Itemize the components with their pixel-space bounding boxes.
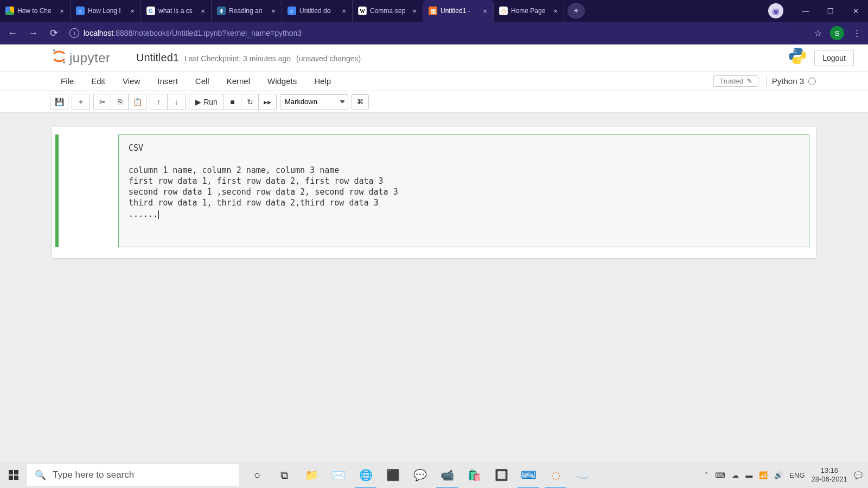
volume-icon[interactable]: 🔊 [774, 471, 783, 479]
trusted-indicator[interactable]: Trusted ✎ [713, 75, 758, 87]
trusted-label: Trusted [719, 77, 743, 85]
account-avatar-icon[interactable]: ◉ [768, 3, 783, 18]
add-cell-button[interactable]: ＋ [72, 94, 90, 110]
menu-kernel[interactable]: Kernel [218, 72, 259, 91]
jupyter-app-icon[interactable]: ◌ [542, 462, 569, 488]
close-icon[interactable]: × [199, 7, 207, 15]
tab-jupyter-home[interactable]: ◌ Home Page × [494, 0, 564, 22]
tab-wikipedia[interactable]: W Comma-sep × [353, 0, 423, 22]
jupyter-brand-text: jupyter [69, 50, 111, 66]
reload-button[interactable]: ⟳ [44, 24, 63, 42]
copy-button[interactable]: ⎘ [111, 94, 129, 110]
url-input[interactable]: i localhost:8888/notebooks/Untitled1.ipy… [65, 25, 802, 41]
close-icon[interactable]: × [270, 7, 277, 15]
move-down-button[interactable]: ↓ [168, 94, 185, 110]
close-icon[interactable]: × [481, 7, 489, 15]
kernel-status-icon [808, 78, 816, 85]
python-icon: ⬍ [217, 7, 226, 15]
jupyter-home-icon: ◌ [499, 7, 508, 15]
start-button[interactable] [0, 462, 27, 488]
interrupt-button[interactable]: ■ [224, 94, 241, 110]
forward-button[interactable]: → [24, 24, 42, 42]
maximize-button[interactable]: ❐ [818, 0, 843, 22]
logout-button[interactable]: Logout [814, 50, 854, 66]
close-icon[interactable]: × [552, 7, 559, 15]
bookmark-star-icon[interactable]: ☆ [809, 25, 826, 41]
cell-editor[interactable]: CSV column 1 name, column 2 name, column… [118, 134, 809, 247]
tray-chevron-icon[interactable]: ˄ [705, 471, 709, 479]
menu-view[interactable]: View [114, 72, 149, 91]
tab-python[interactable]: ⬍ Reading an × [212, 0, 282, 22]
new-tab-button[interactable]: + [567, 3, 585, 19]
tab-label: Comma-sep [370, 7, 407, 15]
chrome-icon[interactable]: 🌐 [353, 462, 379, 488]
tab-drive[interactable]: How to Che × [0, 0, 71, 22]
menu-cell[interactable]: Cell [187, 72, 218, 91]
notebook-title[interactable]: Untitled1 [136, 52, 179, 64]
cell-type-select[interactable]: Markdown [280, 94, 348, 110]
weather-icon[interactable]: ☁️ [570, 462, 596, 488]
minimize-button[interactable]: — [793, 0, 818, 22]
site-info-icon[interactable]: i [69, 28, 79, 38]
menu-help[interactable]: Help [305, 72, 340, 91]
onedrive-icon[interactable]: ☁ [732, 471, 739, 479]
paste-button[interactable]: 📋 [129, 94, 146, 110]
tab-docs-1[interactable]: ≡ How Long I × [71, 0, 141, 22]
tab-google[interactable]: G what is a cs × [141, 0, 212, 22]
pencil-icon: ✎ [746, 77, 752, 85]
cortana-icon[interactable]: ○ [244, 462, 270, 488]
ms-store-icon[interactable]: 🛍️ [461, 462, 487, 488]
menu-edit[interactable]: Edit [82, 72, 114, 91]
menu-file[interactable]: File [52, 72, 82, 91]
browser-menu-icon[interactable]: ⋮ [848, 25, 865, 41]
move-up-button[interactable]: ↑ [150, 94, 168, 110]
kernel-indicator[interactable]: Python 3 [766, 76, 816, 86]
url-host: localhost [84, 29, 113, 37]
svg-point-0 [53, 49, 55, 52]
taskbar-search[interactable]: 🔍 Type here to search [27, 464, 239, 486]
wifi-icon[interactable]: 📶 [759, 471, 768, 479]
whatsapp-icon[interactable]: 💬 [407, 462, 433, 488]
language-indicator[interactable]: ENG [789, 471, 805, 479]
battery-icon[interactable]: ▬ [745, 471, 752, 479]
menu-widgets[interactable]: Widgets [259, 72, 305, 91]
tab-docs-2[interactable]: ≡ Untitled do × [282, 0, 353, 22]
profile-button[interactable]: S [830, 26, 844, 40]
unsaved-text: (unsaved changes) [296, 54, 361, 63]
mail-icon[interactable]: ✉️ [326, 462, 352, 488]
close-window-button[interactable]: ✕ [843, 0, 868, 22]
notebook-cell[interactable]: CSV column 1 name, column 2 name, column… [55, 134, 813, 247]
command-palette-button[interactable]: ⌘ [352, 94, 369, 110]
tab-jupyter-notebook[interactable]: ▥ Untitled1 - × [423, 0, 494, 22]
task-view-icon[interactable]: ⧉ [271, 462, 297, 488]
url-path: /notebooks/Untitled1.ipynb?kernel_name=p… [132, 29, 302, 37]
close-icon[interactable]: × [58, 7, 66, 15]
close-icon[interactable]: × [411, 7, 418, 15]
back-button[interactable]: ← [3, 24, 22, 42]
vscode-icon[interactable]: ⌨ [515, 462, 541, 488]
jupyter-logo[interactable]: jupyter [52, 48, 111, 67]
drive-icon [5, 7, 14, 15]
cell-prompt-area [59, 134, 118, 247]
close-icon[interactable]: × [340, 7, 348, 15]
save-button[interactable]: 💾 [50, 94, 68, 110]
zoom-icon[interactable]: 📹 [434, 462, 460, 488]
tab-label: Untitled do [299, 7, 337, 15]
tab-label: How Long I [88, 7, 125, 15]
menu-insert[interactable]: Insert [149, 72, 187, 91]
close-icon[interactable]: × [129, 7, 136, 15]
browser-titlebar: How to Che × ≡ How Long I × G what is a … [0, 0, 868, 22]
notifications-icon[interactable]: 💬 [854, 471, 863, 479]
acrobat-icon[interactable]: ⬛ [380, 462, 406, 488]
search-placeholder: Type here to search [53, 470, 134, 480]
file-explorer-icon[interactable]: 📁 [298, 462, 324, 488]
clock[interactable]: 13:16 28-06-2021 [812, 466, 848, 483]
cut-button[interactable]: ✂ [94, 94, 111, 110]
clock-time: 13:16 [812, 466, 848, 475]
keyboard-icon[interactable]: ⌨ [715, 471, 725, 479]
restart-run-all-button[interactable]: ▸▸ [259, 94, 276, 110]
wikipedia-icon: W [358, 7, 367, 15]
app-icon[interactable]: 🔲 [488, 462, 514, 488]
run-button[interactable]: ▶ Run [189, 94, 224, 110]
restart-button[interactable]: ↻ [241, 94, 259, 110]
